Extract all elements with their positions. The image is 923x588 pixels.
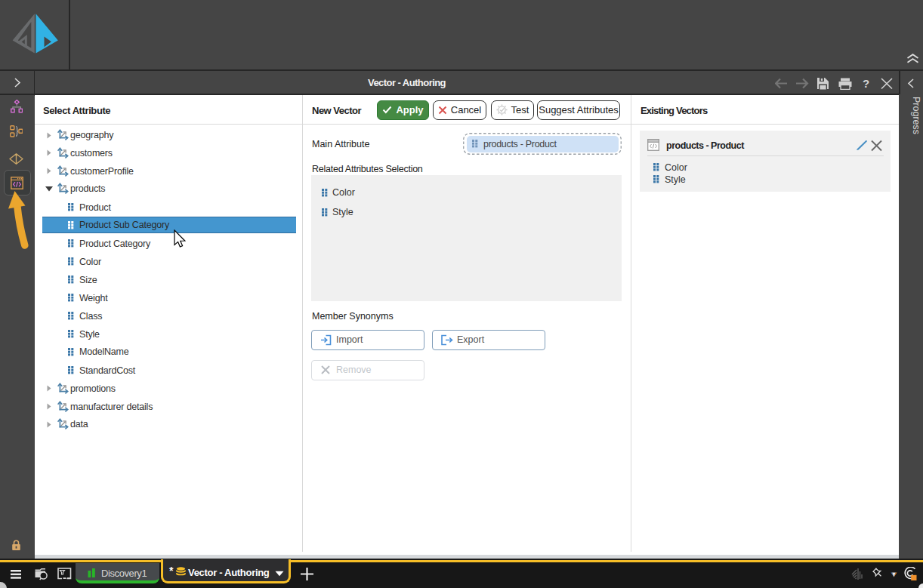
svg-text:?: ? — [863, 77, 869, 90]
